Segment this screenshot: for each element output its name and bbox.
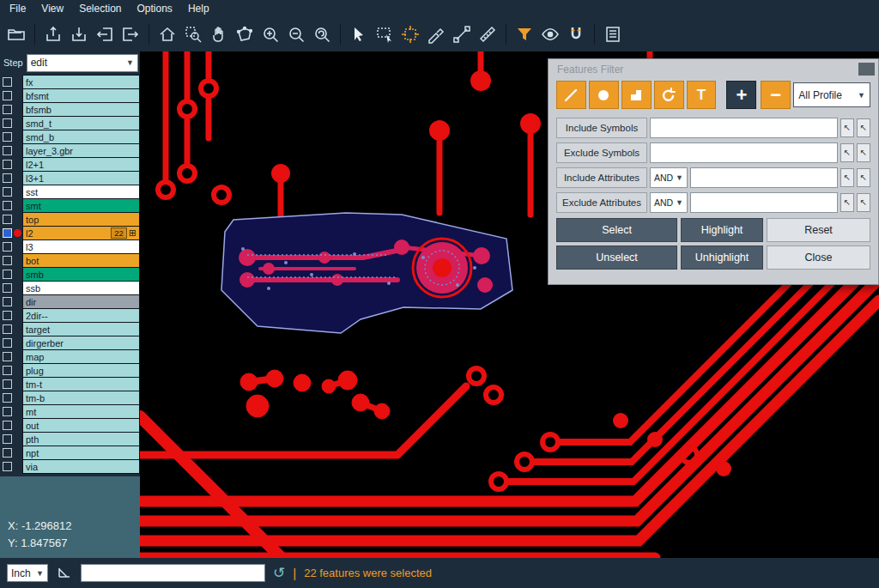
pan-hand-icon[interactable] xyxy=(206,21,232,47)
zoom-out-icon[interactable] xyxy=(283,21,309,47)
layer-checkbox[interactable] xyxy=(3,146,12,155)
include-attributes-button[interactable]: Include Attributes xyxy=(556,167,647,188)
include-symbols-field[interactable] xyxy=(650,118,838,138)
dialog-close-button[interactable] xyxy=(858,63,875,76)
layer-checkbox[interactable] xyxy=(3,393,12,403)
layer-row-dir[interactable]: dir xyxy=(0,295,140,308)
step-dropdown[interactable]: edit ▼ xyxy=(27,54,138,72)
layer-checkbox[interactable] xyxy=(3,366,12,375)
layer-row-bfsmb[interactable]: bfsmb xyxy=(0,103,140,116)
layer-row-l3+1[interactable]: l3+1 xyxy=(0,172,140,185)
layer-checkbox[interactable] xyxy=(3,338,12,348)
layer-checkbox[interactable] xyxy=(3,270,12,279)
layer-row-pth[interactable]: pth xyxy=(0,433,140,446)
add-filter-button[interactable]: + xyxy=(726,81,756,109)
pcb-canvas[interactable]: Features Filter T + − All Profil xyxy=(140,52,879,558)
layer-checkbox[interactable] xyxy=(3,256,12,265)
layer-row-via[interactable]: via xyxy=(0,460,140,473)
line-feature-button[interactable] xyxy=(556,81,586,109)
exclude-attributes-field[interactable] xyxy=(690,192,838,213)
pad-feature-button[interactable] xyxy=(589,81,619,109)
layer-checkbox[interactable] xyxy=(3,352,12,361)
layer-cell[interactable]: plug xyxy=(22,363,140,378)
include-attributes-field[interactable] xyxy=(690,167,838,188)
include-attributes-operator-dropdown[interactable]: AND ▼ xyxy=(650,167,688,188)
layer-checkbox[interactable] xyxy=(3,242,12,252)
pick-add-attribute-icon[interactable]: ↖ xyxy=(857,193,870,212)
layer-checkbox[interactable] xyxy=(3,91,12,100)
layer-row-smd_t[interactable]: smd_t xyxy=(0,117,140,130)
pick-attribute-icon[interactable]: ↖ xyxy=(840,193,854,212)
feature-select-icon[interactable] xyxy=(397,21,423,47)
prev-box-icon[interactable] xyxy=(92,21,118,47)
exclude-symbols-button[interactable]: Exclude Symbols xyxy=(556,142,647,163)
line-select-icon[interactable] xyxy=(449,21,475,47)
zoom-box-icon[interactable] xyxy=(180,21,206,47)
layer-cell[interactable]: smt xyxy=(22,198,140,213)
layer-checkbox[interactable] xyxy=(3,118,12,128)
reset-button[interactable]: Reset xyxy=(767,218,870,242)
layer-cell[interactable]: top xyxy=(22,212,140,227)
open-folder-icon[interactable] xyxy=(3,21,29,47)
layer-cell[interactable]: sst xyxy=(22,185,140,199)
layer-cell[interactable]: bot xyxy=(22,253,140,268)
measure-icon[interactable] xyxy=(475,21,500,47)
exclude-symbols-field[interactable] xyxy=(650,142,838,163)
zoom-fit-icon[interactable] xyxy=(309,21,335,47)
layer-checkbox[interactable] xyxy=(3,283,12,293)
layer-cell[interactable]: smd_t xyxy=(22,116,140,130)
refresh-icon[interactable]: ↺ xyxy=(273,566,285,580)
layer-row-npt[interactable]: npt xyxy=(0,446,140,459)
layer-cell[interactable]: mt xyxy=(22,404,140,419)
layer-cell[interactable]: npt xyxy=(22,446,140,460)
layer-checkbox[interactable] xyxy=(3,324,12,334)
surface-feature-button[interactable] xyxy=(621,81,652,109)
exclude-attributes-button[interactable]: Exclude Attributes xyxy=(556,192,647,213)
layer-row-tm-b[interactable]: tm-b xyxy=(0,391,140,404)
layer-row-tm-t[interactable]: tm-t xyxy=(0,378,140,391)
layer-cell[interactable]: map xyxy=(22,349,140,364)
layer-cell[interactable]: ssb xyxy=(22,281,140,295)
layer-cell[interactable]: l2+1 xyxy=(22,157,140,172)
layer-checkbox[interactable] xyxy=(3,215,12,224)
pick-add-attribute-icon[interactable]: ↖ xyxy=(857,168,870,187)
layer-row-l2[interactable]: l222⊞ xyxy=(0,227,140,239)
layer-checkbox[interactable] xyxy=(3,187,12,197)
polygon-select-icon[interactable] xyxy=(232,21,258,47)
pick-attribute-icon[interactable]: ↖ xyxy=(840,168,854,187)
layer-checkbox[interactable] xyxy=(3,77,12,87)
remove-filter-button[interactable]: − xyxy=(761,81,791,109)
layer-checkbox[interactable] xyxy=(3,201,12,210)
arc-feature-button[interactable] xyxy=(654,81,684,109)
layer-row-dirgerber[interactable]: dirgerber xyxy=(0,336,140,349)
exclude-attributes-operator-dropdown[interactable]: AND ▼ xyxy=(650,192,688,213)
menu-file[interactable]: File xyxy=(0,3,33,15)
rect-select-icon[interactable] xyxy=(372,21,397,47)
select-button[interactable]: Select xyxy=(556,218,677,242)
layer-cell[interactable]: tm-t xyxy=(22,377,140,391)
next-box-icon[interactable] xyxy=(118,21,143,47)
layer-row-bot[interactable]: bot xyxy=(0,254,140,267)
layer-row-ssb[interactable]: ssb xyxy=(0,282,140,294)
filter-funnel-icon[interactable] xyxy=(512,21,537,47)
layer-cell[interactable]: smb xyxy=(22,267,140,282)
import-box-icon[interactable] xyxy=(66,21,92,47)
layer-checkbox[interactable] xyxy=(3,228,12,238)
layer-row-smt[interactable]: smt xyxy=(0,199,140,212)
layer-row-sst[interactable]: sst xyxy=(0,185,140,198)
text-feature-button[interactable]: T xyxy=(687,81,717,109)
layer-cell[interactable]: 2dir-- xyxy=(22,308,140,323)
layer-cell[interactable]: target xyxy=(22,322,140,336)
close-button[interactable]: Close xyxy=(767,246,870,270)
command-input[interactable] xyxy=(81,564,265,582)
layer-cell[interactable]: l222⊞ xyxy=(22,226,140,240)
include-symbols-button[interactable]: Include Symbols xyxy=(556,118,647,138)
layer-cell[interactable]: l3 xyxy=(22,239,140,254)
layer-row-layer_3.gbr[interactable]: layer_3.gbr xyxy=(0,144,140,157)
angle-tool-icon[interactable] xyxy=(56,563,73,584)
grid-icon[interactable]: ⊞ xyxy=(129,227,136,239)
menu-help[interactable]: Help xyxy=(180,3,217,15)
notes-icon[interactable] xyxy=(600,21,626,47)
pick-add-symbol-icon[interactable]: ↖ xyxy=(857,143,870,162)
layer-row-2dir--[interactable]: 2dir-- xyxy=(0,309,140,322)
